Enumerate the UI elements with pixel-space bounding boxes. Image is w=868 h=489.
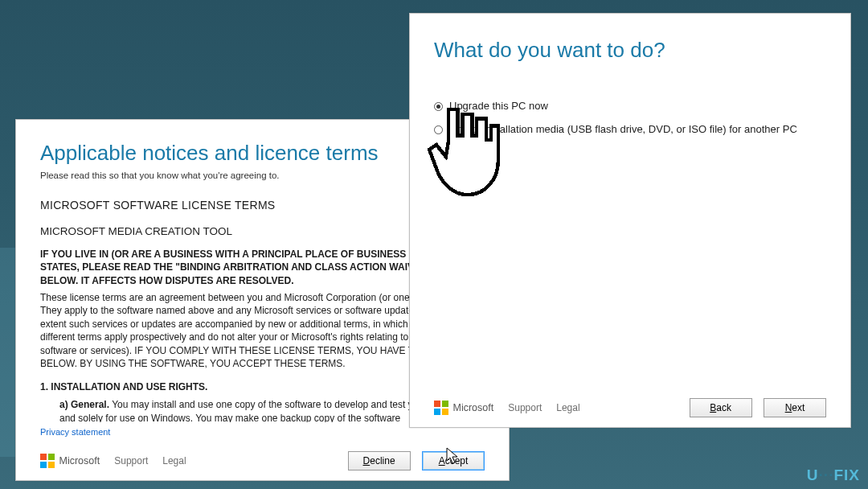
- footer-buttons: Back Next: [690, 398, 826, 417]
- upgrade-option-label: Upgrade this PC now: [449, 100, 548, 112]
- brand-text: Microsoft: [453, 402, 494, 413]
- back-button[interactable]: Back: [690, 398, 752, 417]
- accept-button[interactable]: Accept: [422, 451, 485, 471]
- privacy-statement-link[interactable]: Privacy statement: [40, 427, 485, 437]
- dialog1-footer: Microsoft Support Legal Decline Accept: [40, 445, 485, 471]
- brand-text: Microsoft: [59, 455, 100, 466]
- create-media-option[interactable]: Create installation media (USB flash dri…: [434, 123, 826, 135]
- radio-checked-icon[interactable]: [434, 102, 443, 111]
- support-link[interactable]: Support: [114, 455, 148, 466]
- action-choice-dialog: What do you want to do? Upgrade this PC …: [409, 13, 851, 428]
- options-group: Upgrade this PC now Create installation …: [434, 100, 826, 146]
- create-media-option-label: Create installation media (USB flash dri…: [449, 123, 797, 135]
- footer-buttons: Decline Accept: [348, 451, 485, 471]
- microsoft-logo: Microsoft: [434, 401, 493, 415]
- support-link[interactable]: Support: [508, 402, 542, 413]
- footer-left: Microsoft Support Legal: [434, 401, 580, 415]
- microsoft-logo-icon: [40, 454, 55, 468]
- microsoft-logo-icon: [434, 401, 448, 415]
- dialog-title: What do you want to do?: [434, 38, 826, 63]
- section-1a-label: a) General.: [59, 399, 109, 410]
- legal-link[interactable]: Legal: [556, 402, 579, 413]
- dialog2-footer: Microsoft Support Legal Back Next: [434, 392, 826, 417]
- legal-link[interactable]: Legal: [162, 455, 186, 466]
- microsoft-logo: Microsoft: [40, 454, 100, 468]
- next-button[interactable]: Next: [764, 398, 826, 417]
- footer-left: Microsoft Support Legal: [40, 454, 186, 468]
- radio-unchecked-icon[interactable]: [434, 125, 443, 134]
- watermark-text: U···FIX: [807, 466, 860, 484]
- upgrade-option[interactable]: Upgrade this PC now: [434, 100, 826, 112]
- decline-button[interactable]: Decline: [348, 451, 411, 471]
